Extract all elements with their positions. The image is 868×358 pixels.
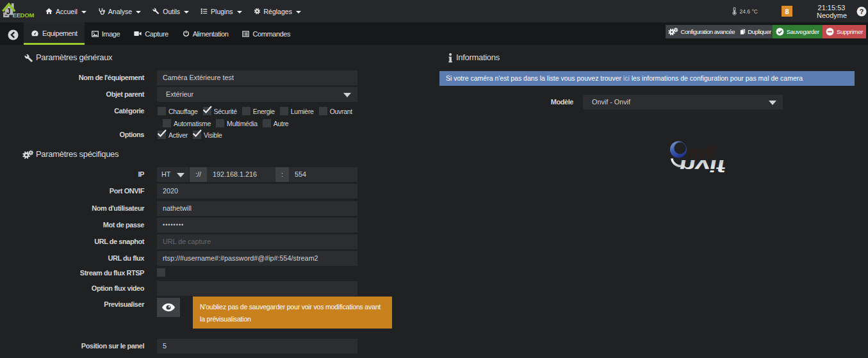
svg-text:nvif: nvif: [677, 157, 727, 175]
svg-text:EE: EE: [13, 12, 20, 19]
svg-text:?: ?: [860, 8, 864, 15]
svg-text:DOM: DOM: [20, 12, 35, 19]
